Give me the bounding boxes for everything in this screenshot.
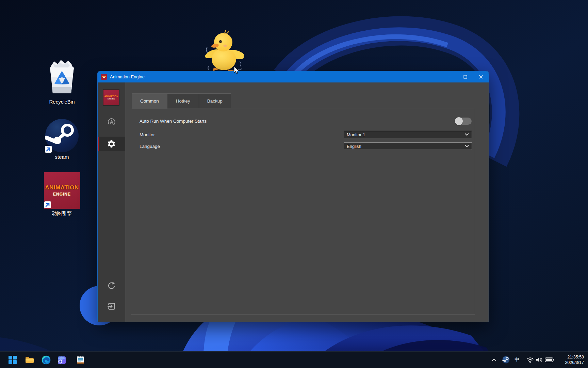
desktop-icon-animation-engine[interactable]: ANIMATION ENGINE 动图引擎 [42, 172, 82, 217]
sidebar-item-refresh[interactable] [98, 279, 125, 293]
toggle-knob [455, 117, 463, 125]
settings-panel: Auto Run When Computer Starts Monitor Mo… [131, 108, 475, 315]
minimize-icon [448, 75, 452, 79]
taskbar: 中 21:35:58 2026/3 [0, 351, 588, 368]
maximize-icon [463, 75, 467, 79]
tray-steam-icon[interactable] [501, 355, 511, 365]
sidebar-app-logo: ANIMATION ENGINE [103, 89, 119, 106]
maximize-button[interactable] [457, 71, 473, 82]
wifi-icon [526, 356, 534, 363]
windows-start-icon [8, 355, 17, 364]
language-label: Language [140, 144, 160, 149]
tray-wifi[interactable] [525, 355, 535, 365]
window-main-area: Common Hotkey Backup Auto Run When Compu… [125, 82, 489, 322]
sidebar-item-animation[interactable] [98, 115, 125, 129]
window-title: Animation Engine [110, 74, 145, 79]
taskbar-media-app[interactable] [57, 355, 66, 365]
close-icon [479, 75, 483, 79]
desktop: RecycleBin steam [0, 0, 588, 368]
monitor-select[interactable]: Monitor 1 [344, 131, 472, 138]
language-selected-value: English [347, 144, 361, 149]
edge-icon [42, 355, 51, 365]
tab-hotkey[interactable]: Hotkey [167, 93, 199, 108]
notepad-icon [76, 355, 85, 365]
desktop-icon-label: RecycleBin [42, 99, 82, 105]
tray-chevron-up[interactable] [489, 355, 499, 365]
autorun-label: Auto Run When Computer Starts [140, 119, 207, 124]
close-button[interactable] [473, 71, 489, 82]
volume-icon [535, 356, 543, 363]
exit-icon [107, 302, 116, 311]
autorun-toggle[interactable] [455, 118, 472, 125]
window-titlebar[interactable]: Animation Engine [98, 71, 489, 82]
app-titlebar-icon [101, 74, 107, 80]
tray-clock[interactable]: 21:35:58 2026/3/17 [565, 354, 584, 365]
tray-date: 2026/3/17 [565, 360, 584, 365]
shortcut-arrow-icon [45, 146, 52, 153]
refresh-icon [107, 281, 116, 290]
recycle-bin-icon [47, 58, 77, 96]
language-select[interactable]: English [344, 142, 472, 150]
tray-battery[interactable] [545, 355, 554, 365]
mouse-cursor [232, 66, 241, 75]
window-sidebar: ANIMATION ENGINE [98, 82, 125, 322]
file-explorer-icon [25, 355, 34, 365]
sidebar-item-settings[interactable] [98, 137, 125, 151]
taskbar-file-explorer[interactable] [25, 355, 34, 365]
chevron-down-icon [465, 133, 469, 136]
desktop-icon-label: steam [42, 154, 82, 160]
taskbar-notepad[interactable] [76, 355, 85, 365]
desktop-icon-steam[interactable]: steam [42, 119, 82, 160]
battery-icon [545, 357, 554, 363]
ime-indicator[interactable]: 中 [514, 357, 519, 363]
chevron-up-icon [492, 358, 496, 362]
desktop-icon-recycle-bin[interactable]: RecycleBin [42, 58, 82, 105]
steam-tray-icon [502, 356, 510, 364]
tab-backup[interactable]: Backup [199, 93, 231, 108]
tab-bar: Common Hotkey Backup [132, 93, 231, 109]
minimize-button[interactable] [442, 71, 457, 82]
tab-common[interactable]: Common [132, 93, 167, 109]
desktop-icon-label: 动图引擎 [42, 210, 82, 217]
tray-volume[interactable] [535, 355, 544, 365]
media-app-icon [57, 355, 66, 365]
settings-gear-icon [107, 139, 116, 149]
duck-pet[interactable] [205, 29, 244, 72]
taskbar-edge[interactable] [41, 355, 51, 365]
animation-ring-icon [107, 117, 117, 127]
shortcut-arrow-icon [44, 201, 51, 208]
tray-time: 21:35:58 [565, 354, 584, 360]
animation-engine-window: Animation Engine ANIMATION ENGINE [97, 71, 489, 322]
start-button[interactable] [8, 355, 17, 365]
chevron-down-icon [465, 145, 469, 148]
monitor-selected-value: Monitor 1 [347, 132, 365, 137]
monitor-label: Monitor [140, 132, 155, 137]
sidebar-item-exit[interactable] [98, 299, 125, 313]
